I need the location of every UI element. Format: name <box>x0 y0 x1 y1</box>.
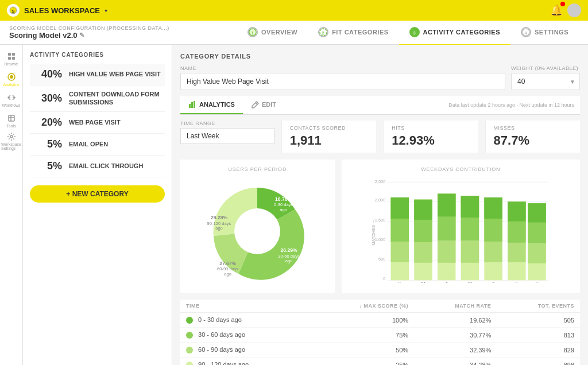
table-cell-match-rate-3: 34.28% <box>414 358 497 365</box>
svg-text:T: T <box>492 281 494 283</box>
name-label: NAME <box>180 65 505 71</box>
category-item-4[interactable]: 5% EMAIL CLICK THROUGH <box>30 156 165 177</box>
workspace-chevron[interactable]: ▾ <box>105 7 107 14</box>
svg-point-23 <box>234 208 280 254</box>
category-item-1[interactable]: 30% CONTENT DOWNLOAD FORM SUBMISSIONS <box>30 86 165 112</box>
donut-chart: USERS PER PERIOD <box>180 160 335 293</box>
tab-overview-icon: 1 <box>247 27 258 37</box>
svg-text:0: 0 <box>383 276 385 281</box>
data-last-update: Data last update 2 hours ago · Next upda… <box>448 102 580 108</box>
time-range-select[interactable]: Last Week Last Month Last Quarter <box>180 128 274 144</box>
svg-rect-12 <box>8 57 11 60</box>
name-weight-row: NAME WEIGHT (0% AVAILABLE) ▼ <box>180 65 580 90</box>
table-row: 60 - 90 days ago 50% 32.39% 829 <box>180 343 580 358</box>
table-cell-match-rate-0: 19.62% <box>414 313 497 328</box>
bell-button[interactable]: 🔔 <box>550 4 563 17</box>
sidebar-icon-analytics[interactable]: Analytics <box>2 70 21 88</box>
svg-text:ago: ago <box>285 258 293 263</box>
bar-chart: WEEKDAYS CONTRIBUTION 0 500 1,000 1,500 … <box>342 160 580 293</box>
tab-settings-label: SETTINGS <box>535 29 568 36</box>
category-pct-0: 40% <box>33 68 62 80</box>
workspace-title[interactable]: SALES WORKSPACE <box>24 6 100 15</box>
svg-text:F: F <box>515 281 518 283</box>
misses-block: MISSES 87.7% <box>485 121 580 153</box>
category-pct-3: 5% <box>33 138 62 150</box>
tab-overview[interactable]: 1 OVERVIEW <box>237 20 308 45</box>
left-panel-title: ACTIVITY CATEGORIES <box>30 52 165 58</box>
nav-tabs: 1 OVERVIEW 2 FIT CATEGORIES 3 ACTIVITY C… <box>237 20 579 45</box>
category-name-3: EMAIL OPEN <box>69 140 161 148</box>
table-row: 90 - 120 days ago 25% 34.28% 898 <box>180 358 580 365</box>
donut-chart-title: USERS PER PERIOD <box>228 166 287 172</box>
edit-scoring-icon[interactable]: ✎ <box>79 32 84 39</box>
name-input[interactable] <box>180 73 505 90</box>
category-item-3[interactable]: 5% EMAIL OPEN <box>30 134 165 156</box>
tab-activity-categories[interactable]: 3 ACTIVITY CATEGORIES <box>399 20 510 45</box>
analytics-tabs: ANALYTICS EDIT Data last update 2 hours … <box>180 96 580 115</box>
svg-rect-16 <box>9 115 14 121</box>
time-dot-3 <box>186 362 193 365</box>
user-avatar[interactable] <box>567 3 581 17</box>
top-bar: S SALES WORKSPACE ▾ 🔔 <box>0 0 588 21</box>
svg-rect-13 <box>12 57 15 60</box>
charts-row: USERS PER PERIOD <box>180 160 580 293</box>
donut-svg: 16.76% 0-30 days ago 26.29% 30-60 days a… <box>203 177 312 286</box>
table-cell-match-rate-1: 30.77% <box>414 328 497 343</box>
hits-block: HITS 12.93% <box>383 121 478 153</box>
category-pct-2: 20% <box>33 117 62 129</box>
col-time: TIME <box>180 300 309 313</box>
svg-text:2,000: 2,000 <box>374 197 385 203</box>
table-cell-max-score-1: 75% <box>309 328 414 343</box>
sidebar-icon-workflows-label: Workflows <box>2 103 20 107</box>
category-name-2: WEB PAGE VISIT <box>69 118 161 126</box>
bar-chart-title: WEEKDAYS CONTRIBUTION <box>349 166 573 172</box>
new-category-button[interactable]: + NEW CATEGORY <box>30 185 165 203</box>
svg-text:16.76%: 16.76% <box>275 196 292 202</box>
data-table: TIME ↓ MAX SCORE (%) MATCH RATE TOT. EVE… <box>180 300 580 365</box>
table-cell-tot-events-2: 829 <box>497 343 580 358</box>
contacts-scored-value: 1,911 <box>290 133 368 148</box>
svg-rect-57 <box>414 200 432 220</box>
svg-point-19 <box>10 135 13 138</box>
tab-edit-label: EDIT <box>262 101 276 108</box>
sidebar-icon-workspace-settings-label: Workspace Settings <box>1 142 21 150</box>
sidebar-icon-workspace-settings[interactable]: Workspace Settings <box>2 132 21 150</box>
category-item-2[interactable]: 20% WEB PAGE VISIT <box>30 112 165 134</box>
stats-row: TIME RANGE Last Week Last Month Last Qua… <box>180 121 580 153</box>
scoring-header: SCORING MODEL CONFIGURATION (Processing … <box>9 25 169 40</box>
category-details-title: CATEGORY DETAILS <box>180 53 580 60</box>
time-dot-1 <box>186 332 193 339</box>
tab-edit[interactable]: EDIT <box>243 96 284 114</box>
table-cell-tot-events-0: 505 <box>497 313 580 328</box>
svg-rect-20 <box>189 104 191 108</box>
tab-analytics[interactable]: ANALYTICS <box>180 96 243 114</box>
svg-text:S: S <box>535 281 539 283</box>
table-cell-tot-events-1: 813 <box>497 328 580 343</box>
table-row: 0 - 30 days ago 100% 19.62% 505 <box>180 313 580 328</box>
table-cell-tot-events-3: 898 <box>497 358 580 365</box>
category-name-1: CONTENT DOWNLOAD FORM SUBMISSIONS <box>69 90 161 107</box>
svg-text:S: S <box>398 281 401 283</box>
svg-text:29.28%: 29.28% <box>211 215 227 220</box>
svg-point-15 <box>10 75 13 79</box>
svg-rect-11 <box>12 53 15 56</box>
category-name-4: EMAIL CLICK THROUGH <box>69 162 161 170</box>
svg-text:S: S <box>11 9 15 14</box>
category-pct-1: 30% <box>33 92 62 104</box>
misses-value: 87.7% <box>494 133 572 148</box>
svg-text:1,500: 1,500 <box>374 218 385 223</box>
category-item-0[interactable]: 40% HIGH VALUE WEB PAGE VISIT <box>30 64 165 86</box>
contacts-scored-label: CONTACTS SCORED <box>290 125 368 131</box>
sidebar-icon-tools-label: Tools <box>6 124 16 128</box>
table-cell-time: 60 - 90 days ago <box>180 343 309 358</box>
tab-fit-categories[interactable]: 2 FIT CATEGORIES <box>308 20 399 45</box>
tab-settings[interactable]: 4 SETTINGS <box>510 20 579 45</box>
table-cell-time: 90 - 120 days ago <box>180 358 309 365</box>
svg-text:26.29%: 26.29% <box>281 247 297 253</box>
svg-text:ago: ago <box>280 207 288 212</box>
sidebar-icon-browse[interactable]: Browse <box>2 49 21 68</box>
weight-arrow-icon[interactable]: ▼ <box>570 79 575 85</box>
svg-text:2: 2 <box>322 30 324 34</box>
sidebar-icon-workflows[interactable]: Workflows <box>2 91 21 109</box>
sidebar-icon-tools[interactable]: Tools <box>2 111 21 130</box>
